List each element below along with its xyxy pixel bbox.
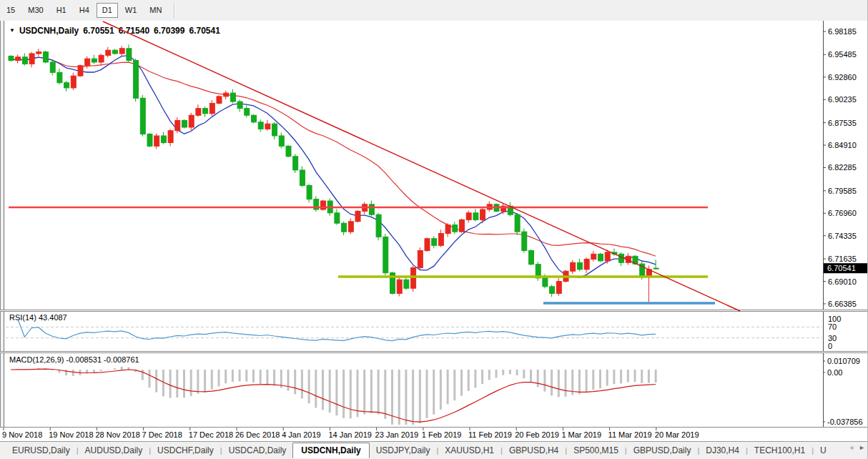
tab-AUDUSD-Daily[interactable]: AUDUSD,Daily <box>79 443 149 458</box>
toolbar-separator <box>174 4 175 18</box>
tab-USDCHF-Daily[interactable]: USDCHF,Daily <box>151 443 220 458</box>
timeframe-button-MN[interactable]: MN <box>144 3 167 18</box>
symbol-tab-bar: EURUSD,Daily|AUDUSD,Daily|USDCHF,Daily|U… <box>0 442 868 459</box>
chart-symbol-label: USDCNH,Daily <box>19 26 79 36</box>
ohlc-close: 6.70541 <box>189 26 220 36</box>
chart-title: ▼ USDCNH,Daily 6.70551 6.71540 6.70399 6… <box>9 26 220 36</box>
timeframe-button-W1[interactable]: W1 <box>119 3 143 18</box>
tab-DJ30-H4[interactable]: DJ30,H4 <box>699 443 746 458</box>
tab-USDCNH-Daily[interactable]: USDCNH,Daily <box>292 443 369 458</box>
macd-signal-value: -0.008761 <box>104 355 139 364</box>
tab-GBPUSD-Daily[interactable]: GBPUSD,Daily <box>627 443 698 458</box>
macd-indicator-label: MACD(12,26,9) -0.008531 -0.008761 <box>9 355 139 364</box>
tab-scroll-right-icon[interactable]: ► <box>859 444 865 451</box>
splitter-main-rsi[interactable] <box>0 310 868 312</box>
timeframe-button-H1[interactable]: H1 <box>51 3 72 18</box>
chart-dropdown-icon[interactable]: ▼ <box>9 27 15 34</box>
tab-TECH100-H1[interactable]: TECH100,H1 <box>748 443 812 458</box>
splitter-rsi-macd[interactable] <box>0 351 868 353</box>
splitter-macd-dates <box>0 427 868 428</box>
price-axis-strip <box>823 21 868 428</box>
window-left-frame <box>0 21 4 428</box>
tab-USDCAD-Daily[interactable]: USDCAD,Daily <box>222 443 293 458</box>
tab-USDJPY-Daily[interactable]: USDJPY,Daily <box>370 443 437 458</box>
ohlc-high: 6.71540 <box>119 26 149 36</box>
chart-window <box>0 21 868 442</box>
tab-EURUSD-Daily[interactable]: EURUSD,Daily <box>6 443 77 458</box>
tab-XAUUSD-H1[interactable]: XAUUSD,H1 <box>438 443 500 458</box>
macd-main-value: -0.008531 <box>66 355 102 364</box>
tab-U[interactable]: U <box>814 443 833 458</box>
timeframe-buttons: 15M30H1H4D1W1MN <box>0 3 168 18</box>
timeframe-toolbar: 15M30H1H4D1W1MN <box>0 0 868 21</box>
rsi-value: 43.4087 <box>39 313 67 322</box>
timeframe-button-M30[interactable]: M30 <box>22 3 49 18</box>
timeframe-button-D1[interactable]: D1 <box>97 3 118 18</box>
ohlc-open: 6.70551 <box>83 26 114 36</box>
tab-scroll-left-icon[interactable]: ◄ <box>848 444 854 451</box>
ohlc-low: 6.70399 <box>154 26 184 36</box>
macd-name: MACD(12,26,9) <box>9 355 64 364</box>
tab-scroll-buttons: ◄ ► <box>845 444 865 451</box>
tab-GBPUSD-H4[interactable]: GBPUSD,H4 <box>503 443 565 458</box>
rsi-name: RSI(14) <box>9 313 36 322</box>
timeframe-button-15[interactable]: 15 <box>1 3 21 18</box>
timeframe-button-H4[interactable]: H4 <box>74 3 95 18</box>
tab-SP500-M15[interactable]: SP500,M15 <box>567 443 625 458</box>
rsi-indicator-label: RSI(14) 43.4087 <box>9 313 67 322</box>
terminal-window: 15M30H1H4D1W1MN ▼ USDCNH,Daily 6.70551 6… <box>0 0 868 459</box>
